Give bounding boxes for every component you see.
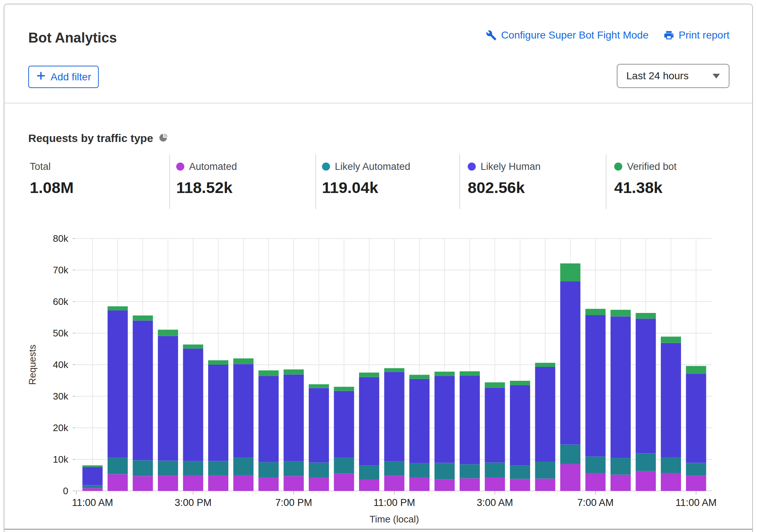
svg-text:0: 0 [63, 485, 68, 496]
automated-dot [176, 163, 184, 171]
stat-label: Automated [189, 161, 237, 172]
svg-text:7:00 PM: 7:00 PM [275, 497, 312, 508]
add-filter-button[interactable]: Add filter [28, 66, 99, 88]
print-link-label: Print report [679, 29, 730, 41]
svg-text:11:00 PM: 11:00 PM [373, 497, 415, 508]
stat-divider [606, 154, 606, 209]
bottom-divider [4, 529, 752, 530]
stat-value: 802.56k [468, 179, 541, 197]
svg-text:70k: 70k [53, 265, 69, 276]
stat-value: 118.52k [176, 179, 237, 197]
stat-value: 41.38k [614, 179, 677, 197]
svg-text:7:00 AM: 7:00 AM [577, 497, 613, 508]
stat-label: Verified bot [627, 161, 677, 172]
stat-label: Total [30, 161, 51, 172]
printer-icon [663, 30, 674, 41]
svg-text:3:00 PM: 3:00 PM [175, 497, 212, 508]
svg-text:30k: 30k [53, 391, 69, 402]
stat-likely-automated: Likely Automated 119.04k [322, 161, 410, 197]
print-report-link[interactable]: Print report [663, 29, 730, 41]
configure-super-bot-fight-mode-link[interactable]: Configure Super Bot Fight Mode [486, 29, 649, 41]
svg-text:11:00 AM: 11:00 AM [72, 497, 113, 508]
svg-text:60k: 60k [53, 296, 69, 307]
stat-divider [169, 154, 170, 209]
stat-divider [315, 154, 316, 209]
stat-divider [459, 154, 460, 209]
page-title: Bot Analytics [28, 30, 117, 46]
svg-text:40k: 40k [53, 359, 69, 370]
stat-likely-human: Likely Human 802.56k [468, 161, 541, 197]
top-links: Configure Super Bot Fight Mode Print rep… [486, 29, 729, 41]
analytics-card: Bot Analytics Configure Super Bot Fight … [4, 4, 753, 532]
time-range-value: Last 24 hours [626, 70, 713, 82]
stat-value: 1.08M [30, 179, 74, 197]
svg-text:Time (local): Time (local) [370, 514, 419, 525]
svg-text:3:00 AM: 3:00 AM [477, 497, 513, 508]
stat-automated: Automated 118.52k [176, 161, 237, 197]
stat-label: Likely Automated [335, 161, 410, 172]
time-range-dropdown[interactable]: Last 24 hours [617, 64, 729, 88]
svg-text:20k: 20k [53, 422, 69, 433]
svg-text:50k: 50k [53, 328, 69, 339]
likely-automated-dot [322, 163, 330, 171]
requests-stacked-bar-chart: 010k20k30k40k50k60k70k80kRequests11:00 A… [19, 228, 731, 532]
chevron-down-icon [713, 74, 720, 79]
section-heading: Requests by traffic type [28, 132, 168, 145]
stat-verified-bot: Verified bot 41.38k [614, 161, 677, 197]
plus-icon [36, 71, 46, 83]
configure-link-label: Configure Super Bot Fight Mode [501, 29, 649, 41]
stat-label: Likely Human [481, 161, 541, 172]
svg-text:10k: 10k [53, 454, 69, 465]
section-divider [4, 103, 752, 103]
likely-human-dot [468, 163, 476, 171]
svg-text:80k: 80k [53, 233, 69, 244]
pie-chart-icon [159, 133, 168, 144]
add-filter-label: Add filter [51, 71, 91, 83]
stat-total: Total 1.08M [30, 161, 74, 197]
wrench-icon [486, 30, 497, 41]
svg-text:Requests: Requests [27, 345, 38, 385]
stat-value: 119.04k [322, 179, 410, 197]
bot-analytics-page: Bot Analytics Configure Super Bot Fight … [0, 0, 757, 532]
verified-bot-dot [614, 163, 622, 171]
chart-title: Requests by traffic type [28, 132, 153, 145]
svg-text:11:00 AM: 11:00 AM [675, 497, 717, 508]
